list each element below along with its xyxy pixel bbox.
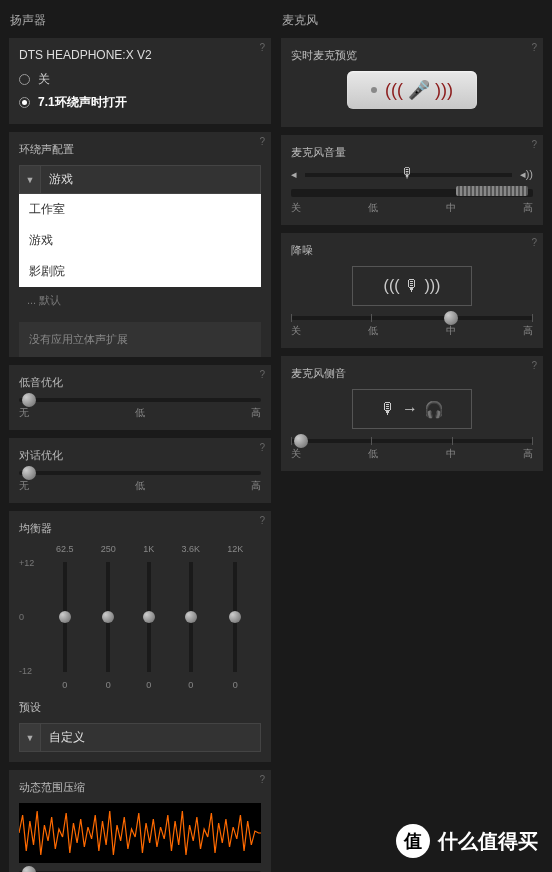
label: 高 — [523, 201, 533, 215]
eq-val: 0 — [188, 680, 193, 690]
surround-dropdown[interactable]: ▼ 游戏 — [19, 165, 261, 194]
mode-off-row[interactable]: 关 — [19, 68, 261, 91]
label: 低 — [368, 324, 378, 338]
eq-mark-minus12: -12 — [19, 666, 34, 676]
eq-mark-0: 0 — [19, 612, 34, 622]
speaker-title: 扬声器 — [10, 12, 272, 29]
label: 低 — [368, 201, 378, 215]
dialog-label-none: 无 — [19, 479, 29, 493]
bass-slider[interactable] — [19, 398, 261, 402]
mic-level-dot — [371, 87, 377, 93]
surround-option-cinema[interactable]: 影剧院 — [19, 256, 261, 287]
volume-low-icon: ◂ — [291, 168, 297, 181]
help-icon[interactable]: ? — [259, 136, 265, 147]
nr-panel: ? 降噪 ((( 🎙 ))) 关低中高 — [280, 232, 544, 349]
surround-option-game[interactable]: 游戏 — [19, 225, 261, 256]
bass-label-high: 高 — [251, 406, 261, 420]
help-icon[interactable]: ? — [259, 774, 265, 785]
microphone-icon: ((( 🎤 ))) — [385, 79, 453, 101]
surround-options: 工作室 游戏 影剧院 — [19, 194, 261, 287]
dts-label: DTS HEADPHONE:X V2 — [19, 48, 261, 62]
watermark: 值 什么值得买 — [396, 824, 538, 858]
headphone-icon: 🎧 — [424, 400, 444, 419]
nr-slider[interactable] — [291, 316, 533, 320]
mic-volume-panel: ? 麦克风音量 ◂ 🎙 ◂)) 关低中高 — [280, 134, 544, 226]
mic-volume-slider-2[interactable] — [291, 189, 533, 197]
drc-panel: ? 动态范围压缩 关低中高 — [8, 769, 272, 872]
sidetone-slider[interactable] — [291, 439, 533, 443]
help-icon[interactable]: ? — [531, 42, 537, 53]
watermark-badge: 值 — [396, 824, 430, 858]
radio-on[interactable] — [19, 97, 30, 108]
surround-panel: ? 环绕声配置 ▼ 游戏 工作室 游戏 影剧院 ... 默认 没有应用立体声扩展 — [8, 131, 272, 358]
eq-slider-1[interactable] — [63, 562, 67, 672]
bass-label-none: 无 — [19, 406, 29, 420]
chevron-down-icon[interactable]: ▼ — [19, 723, 41, 752]
dialog-slider[interactable] — [19, 471, 261, 475]
dialog-title: 对话优化 — [19, 448, 261, 463]
dialog-panel: ? 对话优化 无低高 — [8, 437, 272, 504]
label: 中 — [446, 324, 456, 338]
watermark-text: 什么值得买 — [438, 828, 538, 855]
label: 中 — [446, 201, 456, 215]
eq-slider-3[interactable] — [147, 562, 151, 672]
arrow-right-icon: → — [402, 400, 418, 418]
eq-val: 0 — [62, 680, 67, 690]
noise-reduce-icon: ((( 🎙 ))) — [384, 277, 441, 295]
radio-off[interactable] — [19, 74, 30, 85]
nr-icon-box[interactable]: ((( 🎙 ))) — [352, 266, 472, 306]
sidetone-panel: ? 麦克风侧音 🎙→🎧 关低中高 — [280, 355, 544, 472]
preset-dropdown[interactable]: ▼ 自定义 — [19, 723, 261, 752]
eq-panel: ? 均衡器 +120-12 62.50 2500 1K0 3.6K0 12K0 … — [8, 510, 272, 763]
eq-title: 均衡器 — [19, 521, 261, 536]
eq-freq: 62.5 — [56, 544, 74, 554]
bass-panel: ? 低音优化 无低高 — [8, 364, 272, 431]
eq-slider-2[interactable] — [106, 562, 110, 672]
surround-selected: 游戏 — [41, 165, 261, 194]
eq-freq: 250 — [101, 544, 116, 554]
drc-title: 动态范围压缩 — [19, 780, 261, 795]
chevron-down-icon[interactable]: ▼ — [19, 165, 41, 194]
mic-title: 麦克风 — [282, 12, 544, 29]
dialog-label-high: 高 — [251, 479, 261, 493]
mic-volume-slider-1[interactable]: 🎙 — [305, 173, 512, 177]
microphone-icon[interactable]: 🎙 — [401, 165, 415, 179]
bass-title: 低音优化 — [19, 375, 261, 390]
dialog-label-low: 低 — [135, 479, 145, 493]
label: 关 — [291, 447, 301, 461]
eq-freq: 1K — [143, 544, 154, 554]
drc-waveform — [19, 803, 261, 863]
eq-mark-plus12: +12 — [19, 558, 34, 568]
eq-freq: 3.6K — [181, 544, 200, 554]
volume-high-icon: ◂)) — [520, 168, 533, 181]
eq-freq: 12K — [227, 544, 243, 554]
help-icon[interactable]: ? — [531, 139, 537, 150]
nr-title: 降噪 — [291, 243, 533, 258]
mode-on-label: 7.1环绕声时打开 — [38, 94, 127, 111]
help-icon[interactable]: ? — [259, 442, 265, 453]
mode-on-row[interactable]: 7.1环绕声时打开 — [19, 91, 261, 114]
help-icon[interactable]: ? — [531, 360, 537, 371]
microphone-icon: 🎙 — [380, 400, 396, 418]
surround-option-studio[interactable]: 工作室 — [19, 194, 261, 225]
mic-volume-title: 麦克风音量 — [291, 145, 533, 160]
mic-preview-button[interactable]: ((( 🎤 ))) — [347, 71, 477, 109]
help-icon[interactable]: ? — [531, 237, 537, 248]
surround-default[interactable]: ... 默认 — [19, 287, 261, 314]
sidetone-icon-box[interactable]: 🎙→🎧 — [352, 389, 472, 429]
help-icon[interactable]: ? — [259, 369, 265, 380]
eq-slider-5[interactable] — [233, 562, 237, 672]
eq-val: 0 — [106, 680, 111, 690]
label: 高 — [523, 324, 533, 338]
mode-off-label: 关 — [38, 71, 50, 88]
help-icon[interactable]: ? — [259, 42, 265, 53]
bass-label-low: 低 — [135, 406, 145, 420]
eq-val: 0 — [233, 680, 238, 690]
stereo-message: 没有应用立体声扩展 — [19, 322, 261, 357]
eq-slider-4[interactable] — [189, 562, 193, 672]
label: 中 — [446, 447, 456, 461]
preset-title: 预设 — [19, 700, 261, 715]
mic-preview-title: 实时麦克预览 — [291, 48, 533, 63]
dts-panel: ? DTS HEADPHONE:X V2 关 7.1环绕声时打开 — [8, 37, 272, 125]
help-icon[interactable]: ? — [259, 515, 265, 526]
